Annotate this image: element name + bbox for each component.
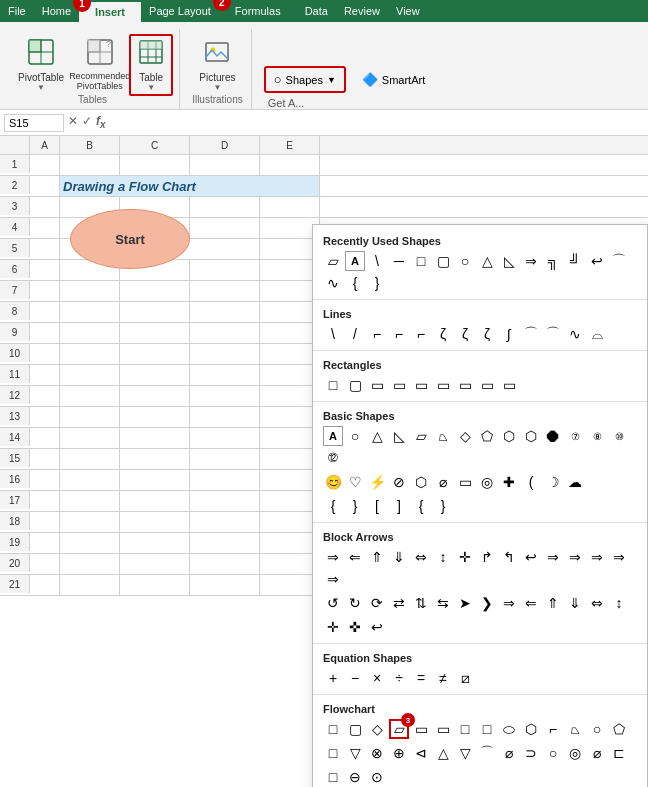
cell-D17[interactable] <box>190 491 260 511</box>
basic-bracket-r[interactable]: ] <box>389 496 409 516</box>
cell-C12[interactable] <box>120 386 190 406</box>
cell-E14[interactable] <box>260 428 320 448</box>
cell-C10[interactable] <box>120 344 190 364</box>
arrow-down-block[interactable]: ⇓ <box>389 547 409 567</box>
fc-terminator[interactable]: ⬭ <box>499 719 519 739</box>
cell-E13[interactable] <box>260 407 320 427</box>
fc-stored-data[interactable]: ⌀ <box>499 743 519 763</box>
menu-insert[interactable]: Insert <box>87 4 133 20</box>
shape-text-box[interactable]: A <box>345 251 365 271</box>
shape-parallelogram[interactable]: ▱ <box>323 251 343 271</box>
rect-rounded[interactable]: ▢ <box>345 375 365 395</box>
cell-D20[interactable] <box>190 554 260 574</box>
arrow-circular[interactable]: ↩ <box>367 617 387 637</box>
cell-D10[interactable] <box>190 344 260 364</box>
arrow-loop[interactable]: ⟳ <box>367 593 387 613</box>
shape-corner2[interactable]: ╝ <box>565 251 585 271</box>
arrow-plus1[interactable]: ✛ <box>323 617 343 637</box>
cell-A1[interactable] <box>30 155 60 175</box>
menu-home[interactable]: Home <box>34 3 79 19</box>
cell-E11[interactable] <box>260 365 320 385</box>
line-curve3[interactable]: ζ <box>477 324 497 344</box>
cell-B12[interactable] <box>60 386 120 406</box>
cell-B14[interactable] <box>60 428 120 448</box>
pivot-table-btn[interactable]: PivotTable ▼ <box>14 36 68 94</box>
fc-process[interactable]: □ <box>323 719 343 739</box>
cell-D13[interactable] <box>190 407 260 427</box>
cell-C15[interactable] <box>120 449 190 469</box>
cell-reference-input[interactable] <box>4 114 64 132</box>
arrow-strip2[interactable]: ⇒ <box>565 547 585 567</box>
cell-D7[interactable] <box>190 281 260 301</box>
rect-snip7[interactable]: ▭ <box>499 375 519 395</box>
shape-line-h[interactable]: ─ <box>389 251 409 271</box>
fc-manual-op[interactable]: ⏢ <box>565 719 585 739</box>
cell-B16[interactable] <box>60 470 120 490</box>
cell-D21[interactable] <box>190 575 260 595</box>
cell-B20[interactable] <box>60 554 120 574</box>
line-diag2[interactable]: / <box>345 324 365 344</box>
basic-plaque[interactable]: ▭ <box>455 472 475 492</box>
arrow-plus2[interactable]: ✜ <box>345 617 365 637</box>
fc-off-page[interactable]: ⬠ <box>609 719 629 739</box>
rect-snip3[interactable]: ▭ <box>411 375 431 395</box>
basic-smiley[interactable]: 😊 <box>323 472 343 492</box>
cell-B13[interactable] <box>60 407 120 427</box>
line-elbow2[interactable]: ⌐ <box>389 324 409 344</box>
fc-alt-process[interactable]: ▢ <box>345 719 365 739</box>
cell-E1[interactable] <box>260 155 320 175</box>
fc-extract[interactable]: ▽ <box>455 743 475 763</box>
cell-D1[interactable] <box>190 155 260 175</box>
cell-C14[interactable] <box>120 428 190 448</box>
fc-extra1[interactable]: □ <box>323 767 343 787</box>
cell-C17[interactable] <box>120 491 190 511</box>
shape-arc[interactable]: ⌒ <box>609 251 629 271</box>
fc-decision[interactable]: ◇ <box>367 719 387 739</box>
cell-B11[interactable] <box>60 365 120 385</box>
fc-merge[interactable]: ⌒ <box>477 743 497 763</box>
shape-triangle[interactable]: △ <box>477 251 497 271</box>
arrow-left-block[interactable]: ⇐ <box>345 547 365 567</box>
fc-punched-tape[interactable]: ▽ <box>345 743 365 763</box>
basic-rt-triangle[interactable]: ◺ <box>389 426 409 446</box>
formula-input[interactable] <box>110 117 644 129</box>
arrow-callout5[interactable]: ⇔ <box>587 593 607 613</box>
basic-heptagon[interactable]: ⬡ <box>521 426 541 446</box>
basic-trapezoid[interactable]: ⏢ <box>433 426 453 446</box>
rect-snip1[interactable]: ▭ <box>367 375 387 395</box>
cell-D11[interactable] <box>190 365 260 385</box>
arrow-notched[interactable]: ➤ <box>455 593 475 613</box>
arrow-callout3[interactable]: ⇑ <box>543 593 563 613</box>
arrow-udown[interactable]: ↩ <box>521 547 541 567</box>
cell-D4[interactable] <box>190 218 260 238</box>
cell-A4[interactable] <box>30 218 60 238</box>
shape-rect[interactable]: □ <box>411 251 431 271</box>
basic-oval[interactable]: ○ <box>345 426 365 446</box>
oval-shape-container[interactable]: Start <box>70 209 190 269</box>
line-diag1[interactable]: \ <box>323 324 343 344</box>
cell-A15[interactable] <box>30 449 60 469</box>
rect-snip6[interactable]: ▭ <box>477 375 497 395</box>
cancel-formula-icon[interactable]: ✕ <box>68 114 78 130</box>
cell-C18[interactable] <box>120 512 190 532</box>
cell-A21[interactable] <box>30 575 60 595</box>
cell-B21[interactable] <box>60 575 120 595</box>
basic-brace3[interactable]: { <box>411 496 431 516</box>
basic-cloud[interactable]: ☁ <box>565 472 585 492</box>
line-scribble[interactable]: ∿ <box>565 324 585 344</box>
arrow-callout2[interactable]: ⇐ <box>521 593 541 613</box>
basic-pentagon[interactable]: ⬠ <box>477 426 497 446</box>
shape-brace-r[interactable]: } <box>367 273 387 293</box>
arrow-lr-block[interactable]: ⇔ <box>411 547 431 567</box>
shapes-btn[interactable]: ○ Shapes ▼ <box>264 66 346 93</box>
arrow-callout1[interactable]: ⇒ <box>499 593 519 613</box>
cell-C7[interactable] <box>120 281 190 301</box>
cell-A6[interactable] <box>30 260 60 280</box>
menu-page-layout[interactable]: Page Layout <box>141 3 219 19</box>
cell-B19[interactable] <box>60 533 120 553</box>
table-btn[interactable]: Table ▼ <box>131 36 171 94</box>
eq-plus[interactable]: + <box>323 668 343 688</box>
cell-C21[interactable] <box>120 575 190 595</box>
cell-A12[interactable] <box>30 386 60 406</box>
arrow-bent2[interactable]: ↰ <box>499 547 519 567</box>
